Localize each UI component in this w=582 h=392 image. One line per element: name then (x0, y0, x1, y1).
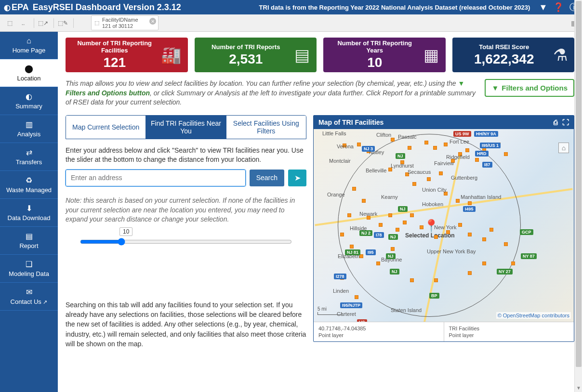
town-label: Manhattan Island (461, 194, 501, 200)
nav-modeling-data[interactable]: ❑Modeling Data (0, 255, 58, 283)
metric-card: Number of TRI Reporting Years10▦ (323, 38, 446, 72)
facility-marker[interactable] (458, 223, 462, 227)
town-label: Staten Island (391, 307, 422, 313)
route-shield: I95/NJTP (340, 302, 362, 308)
search-button[interactable]: Search (250, 170, 284, 186)
facility-marker[interactable] (511, 261, 515, 265)
town-label: Montclair (329, 158, 351, 164)
facility-marker[interactable] (444, 143, 448, 146)
facility-marker[interactable] (468, 201, 472, 205)
map-save-icon[interactable]: ⎙ (554, 118, 557, 126)
slider-value: 10 (119, 227, 132, 236)
scroll-thumb[interactable] (576, 1, 582, 367)
crumb-field: FacilityIDName (102, 17, 138, 23)
nav-contact-us[interactable]: ✉Contact Us ↗ (0, 283, 58, 311)
facility-marker[interactable] (376, 261, 380, 265)
nav-analysis[interactable]: ▥Analysis (0, 115, 58, 143)
town-label: Hoboken (422, 201, 443, 207)
scrollbar[interactable]: ▲ ▼ (574, 0, 582, 392)
facility-marker[interactable] (357, 143, 361, 146)
facility-marker[interactable] (433, 146, 437, 150)
route-shield: NJ (398, 206, 408, 212)
facility-marker[interactable] (412, 182, 416, 186)
tab-bar: Map Current SelectionFind TRI Facilities… (66, 115, 306, 139)
search-note: Note: this search is based on your curre… (66, 196, 306, 224)
facility-marker[interactable] (379, 223, 383, 227)
facility-marker[interactable] (504, 152, 508, 156)
map-canvas[interactable]: 📍 Selected Location ⌂ Little FallsClifto… (314, 129, 574, 322)
facility-marker[interactable] (420, 225, 423, 229)
route-shield: I78 (374, 232, 384, 238)
filters-options-link[interactable]: Filters and Options button (66, 89, 150, 97)
address-input[interactable] (66, 170, 246, 186)
facility-marker[interactable] (465, 148, 469, 152)
town-label: Lyndhurst (391, 163, 414, 169)
nav-home-page[interactable]: ⌂Home Page (0, 32, 58, 59)
facility-marker[interactable] (434, 278, 438, 282)
waste-managed-icon: ♻ (2, 176, 56, 185)
nav-report[interactable]: ▤Report (0, 227, 58, 255)
facility-marker[interactable] (391, 138, 395, 142)
crumb-count: 121 of 30112 (102, 23, 138, 29)
distance-slider[interactable] (80, 238, 292, 246)
facility-marker[interactable] (424, 141, 428, 144)
town-label: Newark (359, 211, 377, 217)
map-fullscreen-icon[interactable]: ⛶ (562, 118, 569, 126)
facility-marker[interactable] (410, 213, 414, 217)
filter-icon[interactable]: ▼ (539, 2, 547, 12)
facility-marker[interactable] (340, 233, 344, 236)
nav-summary[interactable]: ◐Summary (0, 87, 58, 115)
facility-marker[interactable] (352, 187, 356, 191)
town-label: Clifton (376, 132, 391, 138)
select-tool-icon[interactable]: ⬚ (4, 17, 15, 29)
nav-data-download[interactable]: ⬇Data Download (0, 199, 58, 227)
town-label: Secaucus (408, 169, 431, 175)
route-shield: HRD (475, 151, 489, 157)
crumb-clear-icon[interactable]: ✕ (149, 18, 156, 25)
nav-transfers[interactable]: ⇄Transfers (0, 143, 58, 171)
town-label: Little Falls (322, 131, 346, 136)
facility-marker[interactable] (350, 245, 354, 248)
route-shield: NY 87 (521, 253, 537, 259)
selection-crumb[interactable]: ⬚ FacilityIDName 121 of 30112 ✕ (91, 15, 159, 30)
nav-location[interactable]: ⬤Location (0, 59, 58, 87)
filters-options-button[interactable]: ▼ Filters and Options (485, 79, 574, 97)
map-panel: Map of TRI Facilities ⎙ ⛶ 📍 Selected Loc… (313, 115, 574, 342)
map-home-icon[interactable]: ⌂ (558, 143, 569, 153)
help-icon[interactable]: ❓ (553, 2, 564, 12)
facility-marker[interactable] (391, 247, 395, 251)
facility-marker[interactable] (489, 228, 493, 232)
tab-find-tri-facilities-near-you[interactable]: Find TRI Facilities Near You (146, 116, 226, 139)
facility-marker[interactable] (482, 261, 486, 265)
facility-marker[interactable] (388, 213, 392, 217)
facility-marker[interactable] (456, 199, 460, 203)
facility-marker[interactable] (468, 271, 472, 275)
lasso-select-icon[interactable]: ⬚✎ (57, 17, 68, 29)
town-label: Fort Lee (450, 139, 469, 144)
facility-marker[interactable] (439, 171, 443, 175)
scroll-down-icon[interactable]: ▼ (575, 385, 582, 392)
rect-select-icon[interactable]: ⬚↗ (37, 17, 49, 29)
facility-marker[interactable] (475, 158, 479, 162)
facility-marker[interactable] (362, 199, 366, 203)
nav-waste-managed[interactable]: ♻Waste Managed (0, 171, 58, 199)
tab-select-facilities-using-filters[interactable]: Select Facilities Using Filters (226, 116, 306, 139)
facility-marker[interactable] (482, 237, 486, 241)
card-icon: ▦ (423, 45, 439, 65)
more-tool-icon[interactable]: .. (17, 17, 29, 29)
facility-marker[interactable] (468, 233, 472, 236)
facility-marker[interactable] (403, 221, 407, 224)
facility-marker[interactable] (410, 278, 414, 282)
facility-marker[interactable] (396, 228, 399, 232)
facility-marker[interactable] (504, 242, 508, 246)
locate-me-button[interactable]: ➤ (288, 170, 306, 186)
analysis-icon: ▥ (2, 120, 56, 129)
facility-marker[interactable] (347, 213, 351, 217)
tab-map-current-selection[interactable]: Map Current Selection (66, 116, 146, 139)
facility-marker[interactable] (446, 230, 450, 234)
facility-marker[interactable] (408, 146, 411, 150)
data-download-icon: ⬇ (2, 204, 56, 213)
facility-marker[interactable] (427, 177, 431, 181)
facility-marker[interactable] (355, 295, 358, 299)
facility-marker[interactable] (434, 235, 438, 239)
